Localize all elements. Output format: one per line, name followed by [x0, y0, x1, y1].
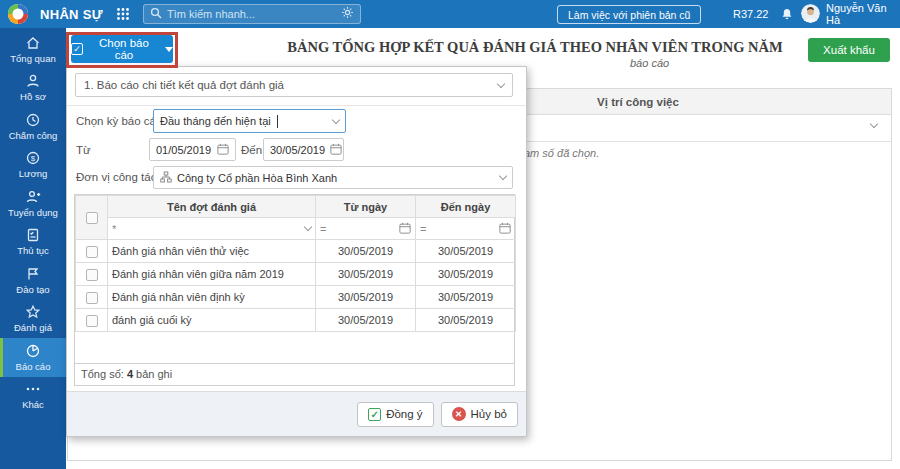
table-row[interactable]: Đánh giá nhân viên giữa năm 2019 30/05/2… [76, 263, 516, 286]
round-to: 30/05/2019 [416, 240, 516, 263]
user-avatar[interactable] [801, 4, 820, 23]
row-checkbox[interactable] [86, 269, 98, 281]
org-tree-icon [160, 171, 172, 185]
sidebar-item-luong[interactable]: $ Lương [0, 146, 66, 185]
app-logo-icon [7, 3, 29, 25]
round-name: Đánh giá nhân viên giữa năm 2019 [108, 263, 316, 286]
row-checkbox[interactable] [86, 246, 98, 258]
total-label: Tổng số: [81, 368, 124, 380]
sidebar-item-bao-cao[interactable]: Báo cáo [0, 338, 66, 377]
col-header-to: Đến ngày [416, 196, 516, 218]
sidebar-item-label: Khác [22, 399, 44, 410]
round-from: 30/05/2019 [316, 309, 416, 332]
notifications-bell-icon[interactable] [780, 7, 794, 21]
sidebar-item-label: Thủ tục [17, 245, 49, 256]
cancel-x-icon: ✕ [452, 407, 466, 421]
help-text-fragment: am số đã chọn. [524, 147, 599, 159]
table-row[interactable]: Đánh giá nhân viên định kỳ 30/05/2019 30… [76, 286, 516, 309]
choose-report-button[interactable]: ✓ Chọn báo cáo [71, 35, 173, 63]
search-input[interactable] [167, 8, 336, 20]
from-date-value: 01/05/2019 [156, 144, 211, 156]
search-icon [150, 5, 162, 23]
text-cursor [277, 115, 278, 128]
flag-icon [25, 266, 41, 282]
table-filter-row: * = = [76, 218, 516, 240]
unit-value: Công ty Cổ phần Hòa Bình Xanh [177, 172, 337, 184]
ellipsis-icon [25, 381, 41, 397]
topbar: NHÂN SỰ Làm việc với phiên bản [0, 0, 900, 28]
sidebar-item-ho-so[interactable]: Hồ sơ [0, 69, 66, 108]
sidebar-item-cham-cong[interactable]: Chấm công [0, 107, 66, 146]
user-name[interactable]: Nguyễn Văn Hà [826, 0, 900, 28]
popup-footer: ✓ Đồng ý ✕ Hủy bỏ [67, 391, 526, 436]
round-from: 30/05/2019 [316, 286, 416, 309]
sidebar-item-thu-tuc[interactable]: Thủ tục [0, 223, 66, 262]
filter-operator[interactable]: * [112, 223, 116, 235]
to-date-input[interactable]: 30/05/2019 [263, 138, 344, 161]
caret-down-icon [165, 47, 173, 52]
sidebar-item-label: Tổng quan [10, 53, 55, 64]
table-row[interactable]: đánh giá cuối kỳ 30/05/2019 30/05/2019 [76, 309, 516, 332]
subtitle-fragment: báo cáo [630, 57, 669, 69]
unit-select[interactable]: Công ty Cổ phần Hòa Bình Xanh [153, 166, 513, 189]
calendar-icon[interactable] [499, 222, 511, 236]
row-checkbox[interactable] [86, 292, 98, 304]
checkbox-check-icon: ✓ [71, 43, 83, 55]
page-title: BẢNG TỔNG HỢP KẾT QUẢ ĐÁNH GIÁ THEO NHÂN… [280, 39, 790, 56]
sidebar-item-dao-tao[interactable]: Đào tạo [0, 261, 66, 300]
select-all-cell [76, 196, 108, 240]
app-window: NHÂN SỰ Làm việc với phiên bản [0, 0, 900, 469]
sidebar-item-label: Đào tạo [16, 284, 49, 295]
filter-to-cell[interactable]: = [416, 218, 516, 240]
version-label: R37.22 [733, 0, 768, 28]
row-checkbox[interactable] [86, 315, 98, 327]
filter-from-cell[interactable]: = [316, 218, 416, 240]
calendar-icon[interactable] [330, 143, 342, 157]
sidebar-item-khac[interactable]: Khác [0, 377, 66, 416]
ok-button[interactable]: ✓ Đồng ý [357, 402, 433, 427]
evaluation-rounds-table: Tên đợt đánh giá Từ ngày Đến ngày * = = … [74, 194, 515, 386]
round-to: 30/05/2019 [416, 309, 516, 332]
chevron-down-icon [870, 120, 878, 128]
legacy-version-button[interactable]: Làm việc với phiên bản cũ [557, 5, 701, 24]
sidebar-item-label: Hồ sơ [20, 91, 46, 102]
person-icon [25, 73, 41, 89]
cancel-button[interactable]: ✕ Hủy bỏ [441, 402, 518, 427]
calendar-icon[interactable] [217, 143, 229, 157]
sidebar-item-tuyen-dung[interactable]: Tuyển dụng [0, 184, 66, 223]
svg-text:$: $ [31, 154, 36, 163]
chevron-down-icon [304, 223, 312, 231]
total-count: 4 [127, 368, 133, 380]
main-area: BẢNG TỔNG HỢP KẾT QUẢ ĐÁNH GIÁ THEO NHÂN… [66, 28, 900, 469]
clock-icon [25, 112, 41, 128]
report-type-select[interactable]: 1. Báo cáo chi tiết kết quả đợt đánh giá [75, 73, 513, 97]
app-grid-icon[interactable] [116, 7, 130, 21]
sidebar-item-label: Chấm công [9, 130, 58, 141]
from-date-input[interactable]: 01/05/2019 [149, 138, 236, 161]
select-all-checkbox[interactable] [86, 212, 98, 224]
sidebar-item-danh-gia[interactable]: Đánh giá [0, 300, 66, 339]
choose-report-popup: 1. Báo cáo chi tiết kết quả đợt đánh giá… [66, 66, 527, 437]
filter-operator[interactable]: = [320, 223, 326, 235]
period-select[interactable]: Đầu tháng đến hiện tại [153, 109, 346, 133]
sidebar-item-tong-quan[interactable]: Tổng quan [0, 30, 66, 69]
star-icon [25, 304, 41, 320]
filter-operator[interactable]: = [420, 223, 426, 235]
from-label: Từ [76, 144, 91, 156]
table-row[interactable]: Đánh giá nhân viên thử việc 30/05/2019 3… [76, 240, 516, 263]
period-value: Đầu tháng đến hiện tại [160, 115, 271, 127]
round-from: 30/05/2019 [316, 240, 416, 263]
check-icon: ✓ [368, 408, 381, 421]
dollar-icon: $ [25, 150, 41, 166]
home-icon [25, 35, 41, 51]
export-button[interactable]: Xuất khẩu [808, 38, 890, 62]
ok-button-label: Đồng ý [386, 408, 422, 420]
calendar-icon[interactable] [399, 222, 411, 236]
settings-gear-icon[interactable] [341, 5, 354, 23]
report-type-value: 1. Báo cáo chi tiết kết quả đợt đánh giá [84, 79, 284, 91]
sidebar-item-label: Đánh giá [14, 322, 52, 333]
total-suffix: bản ghi [136, 368, 172, 380]
filter-name-cell[interactable]: * [108, 218, 316, 240]
search-box[interactable] [143, 4, 361, 24]
sidebar-item-label: Tuyển dụng [8, 207, 58, 218]
